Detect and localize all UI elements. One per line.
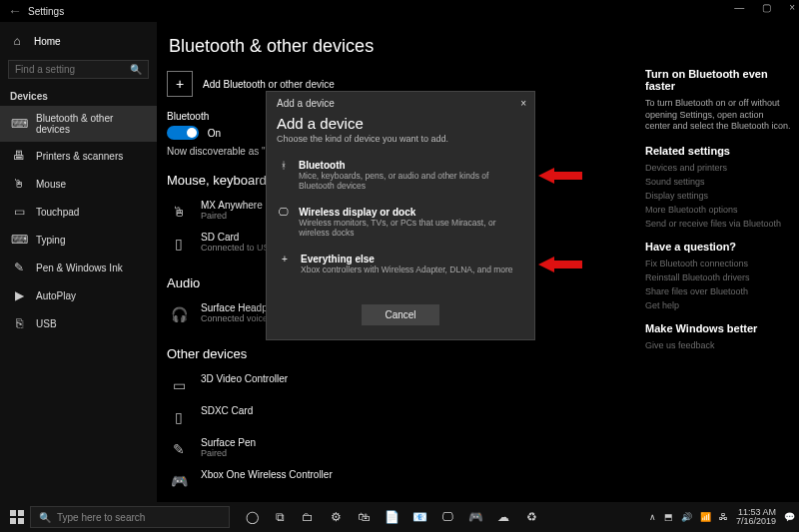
info-link[interactable]: Share files over Bluetooth — [645, 286, 791, 296]
pen-icon: ✎ — [167, 437, 191, 461]
choice-wireless-display[interactable]: 🖵 Wireless display or dock Wireless moni… — [267, 199, 534, 246]
info-link[interactable]: Get help — [645, 300, 791, 310]
tray-icon[interactable]: ⬒ — [664, 512, 673, 522]
sidebar-item-pen[interactable]: ✎ Pen & Windows Ink — [0, 254, 157, 281]
sidebar: ⌂ Home 🔍 Devices ⌨ Bluetooth & other dev… — [0, 22, 157, 502]
autoplay-icon: ▶ — [12, 288, 26, 302]
controller-icon: 🎮 — [167, 469, 191, 493]
search-icon: 🔍 — [130, 64, 142, 75]
dialog-close-button[interactable]: × — [520, 98, 526, 109]
volume-icon[interactable]: 🔊 — [681, 512, 692, 522]
app-icon[interactable]: 🎮 — [465, 507, 485, 527]
search-box[interactable]: 🔍 — [8, 60, 149, 79]
svg-rect-2 — [10, 510, 16, 516]
device-row[interactable]: 🎮 Xbox One Wireless Controller — [167, 465, 625, 497]
sidebar-item-autoplay[interactable]: ▶ AutoPlay — [0, 281, 157, 309]
app-icon[interactable]: ♻ — [521, 507, 541, 527]
typing-icon: ⌨ — [12, 233, 26, 247]
plus-icon: + — [167, 71, 193, 97]
sidebar-item-touchpad[interactable]: ▭ Touchpad — [0, 198, 157, 226]
page-title: Bluetooth & other devices — [169, 36, 625, 57]
usb-icon: ⎘ — [12, 316, 26, 330]
taskbar: 🔍 Type here to search ◯ ⧉ 🗀 ⚙ 🛍 📄 📧 🖵 🎮 … — [0, 502, 799, 532]
titlebar: ← Settings — [0, 0, 799, 22]
choice-bluetooth[interactable]: ᚼ Bluetooth Mice, keyboards, pens, or au… — [267, 152, 534, 199]
sidebar-item-mouse[interactable]: 🖱 Mouse — [0, 170, 157, 198]
info-link[interactable]: Give us feedback — [645, 340, 791, 350]
app-icon[interactable]: ☁ — [493, 507, 513, 527]
taskview-icon[interactable]: ⧉ — [270, 507, 290, 527]
bluetooth-toggle[interactable] — [167, 126, 199, 140]
app-icon[interactable]: 🖵 — [437, 507, 457, 527]
svg-rect-5 — [18, 518, 24, 524]
device-row[interactable]: ✎ Surface Pen Paired — [167, 433, 625, 465]
wifi-icon[interactable]: 📶 — [700, 512, 711, 522]
pen-icon: ✎ — [12, 261, 26, 274]
settings-icon[interactable]: ⚙ — [326, 507, 346, 527]
sdcard-icon: ▯ — [167, 405, 191, 429]
info-link[interactable]: More Bluetooth options — [645, 205, 791, 215]
generic-icon: ▭ — [167, 373, 191, 397]
headphones-icon: 🎧 — [167, 302, 191, 326]
sidebar-item-typing[interactable]: ⌨ Typing — [0, 226, 157, 254]
sidebar-section-label: Devices — [0, 85, 157, 106]
app-title: Settings — [28, 6, 64, 17]
svg-rect-4 — [10, 518, 16, 524]
nav-home-label: Home — [34, 36, 61, 47]
search-icon: 🔍 — [39, 512, 51, 523]
sidebar-item-printers[interactable]: 🖶 Printers & scanners — [0, 142, 157, 170]
svg-rect-3 — [18, 510, 24, 516]
annotation-arrow — [538, 166, 582, 186]
taskview-icon[interactable]: ◯ — [242, 507, 262, 527]
add-device-label: Add Bluetooth or other device — [203, 79, 335, 90]
app-icon[interactable]: 📄 — [382, 507, 401, 527]
bluetooth-icon: ᚼ — [277, 160, 291, 191]
annotation-arrow — [538, 255, 582, 274]
nav-home[interactable]: ⌂ Home — [0, 28, 157, 54]
minimize-button[interactable]: — — [734, 2, 744, 13]
search-input[interactable] — [15, 64, 130, 75]
mouse-icon: 🖱 — [167, 200, 191, 224]
notifications-icon[interactable]: 💬 — [784, 512, 795, 522]
info-link[interactable]: Sound settings — [645, 177, 791, 187]
dialog-title: Add a device — [267, 109, 534, 134]
svg-marker-0 — [538, 168, 582, 184]
plus-icon: + — [277, 254, 293, 274]
close-button[interactable]: × — [789, 2, 795, 13]
dialog-subtitle: Choose the kind of device you want to ad… — [267, 134, 534, 152]
dialog-small-title: Add a device — [277, 98, 335, 109]
keyboard-icon: ⌨ — [12, 117, 26, 131]
bluetooth-state: On — [208, 128, 221, 139]
info-link[interactable]: Reinstall Bluetooth drivers — [645, 272, 791, 282]
device-row[interactable]: ▯ SDXC Card — [167, 401, 625, 433]
info-link[interactable]: Display settings — [645, 191, 791, 201]
info-link[interactable]: Devices and printers — [645, 163, 791, 173]
sidebar-item-usb[interactable]: ⎘ USB — [0, 309, 157, 337]
info-link[interactable]: Send or receive files via Bluetooth — [645, 219, 791, 229]
add-device-dialog: Add a device × Add a device Choose the k… — [266, 91, 535, 340]
printer-icon: 🖶 — [12, 149, 26, 163]
store-icon[interactable]: 🛍 — [354, 507, 374, 527]
taskbar-search[interactable]: 🔍 Type here to search — [30, 506, 230, 528]
info-link[interactable]: Fix Bluetooth connections — [645, 259, 791, 268]
cancel-button[interactable]: Cancel — [362, 304, 439, 325]
explorer-icon[interactable]: 🗀 — [298, 507, 318, 527]
back-button[interactable]: ← — [8, 3, 28, 19]
mouse-icon: 🖱 — [12, 177, 26, 191]
choice-everything-else[interactable]: + Everything else Xbox controllers with … — [267, 246, 534, 282]
home-icon: ⌂ — [10, 34, 24, 48]
section-other-header: Other devices — [167, 346, 625, 361]
start-button[interactable] — [4, 504, 30, 530]
maximize-button[interactable]: ▢ — [762, 2, 771, 13]
info-column: Turn on Bluetooth even faster To turn Bl… — [639, 22, 799, 502]
sidebar-item-bluetooth[interactable]: ⌨ Bluetooth & other devices — [0, 106, 157, 142]
svg-marker-1 — [538, 257, 582, 272]
clock[interactable]: 11:53 AM 7/16/2019 — [736, 508, 776, 526]
app-icon[interactable]: 📧 — [409, 507, 429, 527]
device-row[interactable]: ▭ 3D Video Controller — [167, 369, 625, 401]
sdcard-icon: ▯ — [167, 232, 191, 256]
taskbar-apps: ◯ ⧉ 🗀 ⚙ 🛍 📄 📧 🖵 🎮 ☁ ♻ — [242, 507, 541, 527]
network-icon[interactable]: 🖧 — [719, 512, 728, 522]
display-icon: 🖵 — [277, 207, 291, 238]
tray-chevron-icon[interactable]: ∧ — [649, 512, 656, 522]
